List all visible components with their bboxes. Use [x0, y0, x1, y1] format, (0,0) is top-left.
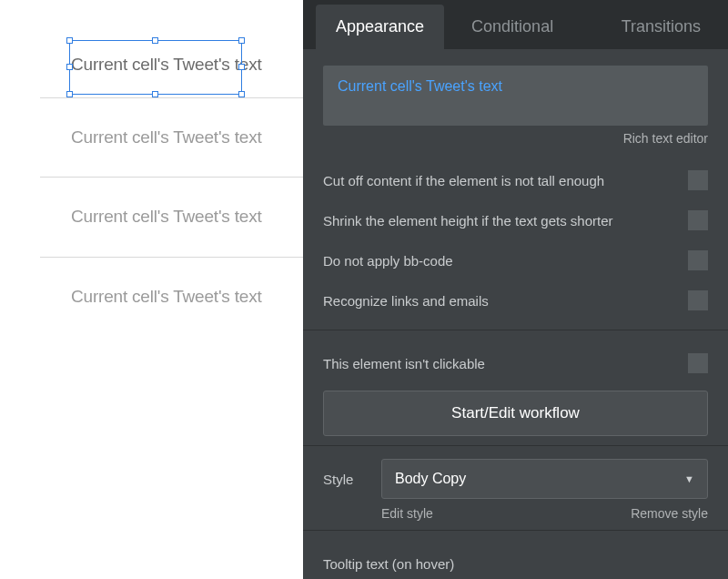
style-selected-value: Body Copy [395, 471, 466, 487]
cell-text: Current cell's Tweet's text [71, 126, 268, 150]
divider [303, 330, 728, 330]
divider [303, 530, 728, 531]
opt-links-label: Recognize links and emails [323, 293, 688, 309]
expression-editor[interactable]: Current cell's Tweet's text [323, 66, 708, 126]
list-item[interactable]: Current cell's Tweet's text [0, 178, 303, 257]
resize-handle-tl[interactable] [66, 37, 73, 44]
style-label: Style [323, 472, 367, 487]
opt-cutoff-label: Cut off content if the element is not ta… [323, 173, 688, 188]
resize-handle-bl[interactable] [66, 91, 73, 97]
tab-bar: Appearance Conditional Transitions [303, 0, 728, 49]
opt-cutoff-checkbox[interactable] [688, 170, 708, 190]
style-select[interactable]: Body Copy ▼ [381, 459, 708, 499]
opt-links-checkbox[interactable] [688, 290, 708, 310]
divider [303, 445, 728, 446]
workflow-button[interactable]: Start/Edit workflow [323, 391, 708, 436]
tab-conditional[interactable]: Conditional [451, 5, 573, 49]
canvas[interactable]: Current cell's Tweet's text Current cell… [0, 0, 303, 579]
edit-style-link[interactable]: Edit style [381, 506, 433, 521]
resize-handle-tr[interactable] [238, 37, 245, 44]
remove-style-link[interactable]: Remove style [631, 506, 708, 521]
resize-handle-br[interactable] [238, 91, 245, 97]
clickable-label: This element isn't clickable [323, 356, 688, 371]
list-item[interactable]: Current cell's Tweet's text [0, 258, 303, 337]
list-item[interactable]: Current cell's Tweet's text [0, 98, 303, 178]
tab-transitions[interactable]: Transitions [602, 5, 721, 49]
inspector-panel: Appearance Conditional Transitions Curre… [303, 0, 728, 579]
clickable-checkbox[interactable] [688, 353, 708, 373]
resize-handle-bm[interactable] [152, 91, 158, 97]
opt-nobbcode-checkbox[interactable] [688, 250, 708, 270]
cell-text: Current cell's Tweet's text [71, 285, 268, 310]
opt-shrink-label: Shrink the element height if the text ge… [323, 213, 688, 229]
tooltip-label: Tooltip text (on hover) [323, 556, 708, 572]
opt-shrink-checkbox[interactable] [688, 210, 708, 230]
cell-text: Current cell's Tweet's text [71, 53, 268, 77]
rich-text-editor-link[interactable]: Rich text editor [323, 131, 708, 146]
cell-text: Current cell's Tweet's text [71, 205, 268, 229]
opt-nobbcode-label: Do not apply bb-code [323, 253, 688, 269]
resize-handle-tm[interactable] [152, 37, 158, 44]
expression-text: Current cell's Tweet's text [338, 78, 502, 94]
list-item[interactable]: Current cell's Tweet's text [0, 33, 303, 97]
chevron-down-icon: ▼ [684, 473, 694, 484]
tab-appearance[interactable]: Appearance [316, 5, 444, 49]
